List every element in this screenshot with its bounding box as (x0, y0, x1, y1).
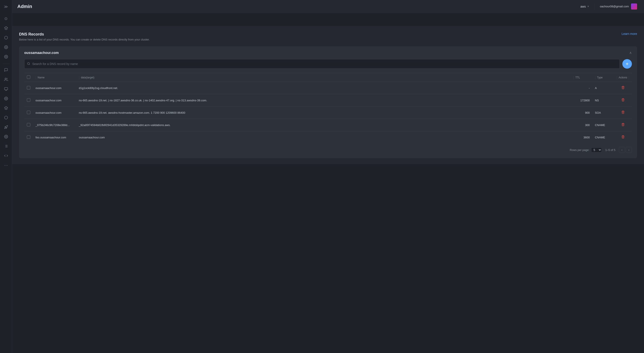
settings3-icon[interactable] (2, 94, 10, 103)
header-divider (594, 3, 595, 10)
code-icon[interactable] (2, 152, 10, 160)
row-checkbox-2[interactable] (27, 111, 30, 114)
domain-section: oussamaachour.com ∧ + (19, 46, 637, 158)
row-name-2: oussamaachour.com (33, 106, 76, 119)
rocket-icon[interactable] (2, 123, 10, 132)
list-icon[interactable] (2, 142, 10, 150)
main-content: Admin aws ▼ oachour08@gmail.com DNS Reco… (12, 0, 644, 353)
row-type-3: CNAME (592, 119, 614, 131)
expand-sidebar-button[interactable]: ≫ (2, 2, 10, 11)
th-actions: | Actions | (614, 73, 632, 82)
monitor-icon[interactable] (2, 85, 10, 93)
th-type: | Type (592, 73, 614, 82)
rows-per-page-label: Rows per page: (570, 148, 590, 152)
prev-page-button[interactable]: ‹ (619, 147, 625, 153)
cloud-label: aws (580, 5, 586, 8)
layers2-icon[interactable] (2, 104, 10, 112)
row-checkbox-3[interactable] (27, 123, 30, 126)
row-data-1: ns-665.awsdns-19.net. | ns-1827.awsdns-3… (76, 94, 570, 106)
users-icon[interactable] (2, 75, 10, 84)
header: Admin aws ▼ oachour08@gmail.com (12, 0, 644, 13)
add-record-button[interactable]: + (622, 59, 632, 69)
row-ttl-0: - (570, 82, 592, 94)
gear-icon[interactable] (2, 43, 10, 52)
layers-icon[interactable] (2, 24, 10, 32)
table-row: oussamaachour.com d1g1ock80ly2ug.cloudfr… (24, 82, 632, 94)
row-data-0: d1g1ock80ly2ug.cloudfront.net. (76, 82, 570, 94)
pagination: Rows per page: 5 10 25 1–5 of 5 ‹ › (24, 143, 632, 154)
domain-name: oussamaachour.com (24, 51, 59, 55)
svg-rect-4 (4, 88, 8, 90)
row-name-4: foo.oussamaachour.com (33, 131, 76, 144)
collapse-icon[interactable]: ∧ (629, 51, 632, 55)
dns-subtitle: Below here is a list of your DNS records… (19, 38, 150, 41)
more-icon[interactable]: ⋯ (2, 161, 10, 170)
row-actions-4 (614, 131, 632, 144)
row-actions-0 (614, 82, 632, 94)
page-title: Admin (17, 4, 578, 9)
package-icon[interactable] (2, 113, 10, 122)
table-row: _075b246c9fc7208e388d... _92a85f74594b81… (24, 119, 632, 131)
row-type-0: A (592, 82, 614, 94)
dns-header-text: DNS Records Below here is a list of your… (19, 32, 150, 41)
next-page-button[interactable]: › (626, 147, 632, 153)
svg-marker-0 (4, 27, 8, 29)
row-ttl-1: 172800 (570, 94, 592, 106)
select-all-checkbox[interactable] (27, 75, 30, 79)
page-info: 1–5 of 5 (605, 148, 616, 152)
delete-button-0[interactable] (620, 85, 626, 91)
dashboard-icon[interactable]: ⊙ (2, 14, 10, 23)
delete-button-3[interactable] (620, 122, 626, 128)
row-checkbox-0[interactable] (27, 86, 30, 90)
admin2-icon[interactable] (2, 132, 10, 141)
table-row: oussamaachour.com ns-665.awsdns-19.net. … (24, 94, 632, 106)
row-checkbox-1[interactable] (27, 98, 30, 102)
search-icon (27, 62, 30, 66)
user-email: oachour08@gmail.com (600, 5, 629, 8)
rows-per-page-select[interactable]: 5 10 25 (591, 148, 602, 152)
row-ttl-3: 300 (570, 119, 592, 131)
th-name: | Name (33, 73, 76, 82)
row-type-2: SOA (592, 106, 614, 119)
user-menu[interactable]: oachour08@gmail.com (598, 2, 639, 10)
settings-icon[interactable] (2, 52, 10, 61)
row-checkbox-4[interactable] (27, 135, 30, 139)
svg-point-7 (6, 98, 6, 99)
top-spacer (12, 13, 644, 26)
header-right: aws ▼ oachour08@gmail.com (578, 2, 639, 10)
delete-button-4[interactable] (620, 134, 626, 140)
chat-icon[interactable] (2, 66, 10, 74)
th-data: | data(target) (76, 73, 570, 82)
sidebar: ≫ ⊙ ⋯ (0, 0, 12, 353)
svg-point-3 (5, 78, 6, 79)
svg-point-1 (6, 47, 6, 48)
learn-more-link[interactable]: Learn more (622, 32, 637, 36)
rows-per-page: Rows per page: 5 10 25 (570, 148, 602, 152)
box-icon[interactable] (2, 33, 10, 42)
th-ttl: | TTL (570, 73, 592, 82)
table-row: foo.oussamaachour.com oussamaachour.com … (24, 131, 632, 144)
th-checkbox (24, 73, 33, 82)
row-checkbox-cell (24, 82, 33, 94)
row-name-1: oussamaachour.com (33, 94, 76, 106)
row-checkbox-cell (24, 119, 33, 131)
svg-line-17 (29, 64, 30, 65)
row-type-1: NS (592, 94, 614, 106)
search-input[interactable] (32, 62, 617, 66)
row-checkbox-cell (24, 106, 33, 119)
page-nav: ‹ › (619, 147, 632, 153)
table-header-row: | Name | data(target) (24, 73, 632, 82)
cloud-selector[interactable]: aws ▼ (578, 4, 591, 9)
chevron-down-icon: ▼ (587, 5, 589, 8)
dns-records-section: DNS Records Below here is a list of your… (12, 26, 644, 164)
sidebar-divider-1 (2, 64, 10, 64)
svg-point-2 (6, 56, 6, 58)
search-row: + (24, 59, 632, 69)
delete-button-2[interactable] (620, 110, 626, 116)
domain-header: oussamaachour.com ∧ (24, 51, 632, 55)
row-name-0: oussamaachour.com (33, 82, 76, 94)
row-name-3: _075b246c9fc7208e388d... (33, 119, 76, 131)
dns-title: DNS Records (19, 32, 150, 36)
svg-point-9 (6, 136, 6, 137)
delete-button-1[interactable] (620, 97, 626, 103)
